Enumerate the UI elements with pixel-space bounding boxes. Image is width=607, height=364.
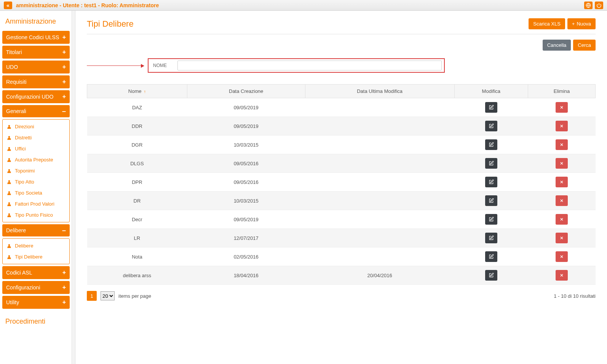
col-creazione[interactable]: Data Creazione: [187, 85, 305, 98]
delete-button[interactable]: [556, 158, 568, 169]
delete-button[interactable]: [556, 102, 568, 113]
cell-nome: LR: [87, 229, 187, 247]
submenu-item-autorita[interactable]: Autorita Preposte: [3, 154, 69, 165]
cell-nome: DR: [87, 192, 187, 210]
cell-modified: [305, 229, 454, 247]
divider: [87, 34, 596, 34]
cell-modified: [305, 98, 454, 117]
edit-button[interactable]: [485, 102, 497, 113]
edit-button[interactable]: [485, 158, 497, 169]
delete-button[interactable]: [556, 177, 568, 187]
sidebar-item-configurazioni[interactable]: Configurazioni+: [2, 281, 70, 294]
new-button[interactable]: +Nuova: [567, 18, 596, 29]
edit-button[interactable]: [485, 121, 497, 131]
per-page-label: items per page: [118, 293, 151, 299]
delete-button[interactable]: [556, 233, 568, 243]
sidebar-item-gestione-codici[interactable]: Gestione Codici ULSS+: [2, 31, 70, 44]
sidebar-toggle-button[interactable]: «: [4, 2, 12, 9]
edit-button[interactable]: [485, 177, 497, 187]
sidebar-item-requisiti[interactable]: Requisiti+: [2, 75, 70, 88]
edit-button[interactable]: [485, 251, 497, 262]
minus-icon: –: [62, 228, 66, 232]
edit-button[interactable]: [485, 195, 497, 206]
delete-button[interactable]: [556, 195, 568, 206]
cell-created: 09/05/2019: [187, 117, 305, 136]
search-button[interactable]: Cerca: [573, 40, 596, 51]
edit-button[interactable]: [485, 233, 497, 243]
submenu-item-tipi-delibere[interactable]: Tipi Delibere: [3, 251, 69, 262]
submenu-item-direzioni[interactable]: Direzioni: [3, 121, 69, 132]
page-number[interactable]: 1: [87, 291, 97, 301]
cell-nome: DPR: [87, 173, 187, 192]
cell-modified: [305, 247, 454, 266]
user-icon: [6, 243, 12, 249]
plus-icon: +: [62, 64, 66, 70]
svg-point-8: [8, 180, 10, 182]
submenu-item-tipo-societa[interactable]: Tipo Societa: [3, 187, 69, 198]
submenu-item-fattori[interactable]: Fattori Prod Valori: [3, 198, 69, 209]
power-icon[interactable]: [595, 2, 603, 9]
sidebar-item-generali[interactable]: Generali–: [2, 105, 70, 117]
user-icon: [6, 212, 12, 218]
delete-button[interactable]: [556, 251, 568, 262]
cell-nome: DAZ: [87, 98, 187, 117]
user-icon: [6, 146, 12, 152]
sidebar-item-udo[interactable]: UDO+: [2, 61, 70, 73]
search-input[interactable]: [177, 61, 442, 70]
cell-modified: [305, 173, 454, 192]
globe-icon[interactable]: [584, 2, 593, 9]
cell-modified: [305, 136, 454, 154]
per-page-select[interactable]: 20: [101, 291, 115, 300]
submenu-item-delibere[interactable]: Delibere: [3, 240, 69, 251]
cell-created: 10/03/2015: [187, 192, 305, 210]
sidebar-item-titolari[interactable]: Titolari+: [2, 46, 70, 59]
data-table: Nome↑ Data Creazione Data Ultima Modific…: [87, 84, 596, 285]
cell-created: 12/07/2017: [187, 229, 305, 247]
submenu-item-toponimi[interactable]: Toponimi: [3, 165, 69, 176]
sidebar-item-codici-asl[interactable]: Codici ASL+: [2, 266, 70, 279]
submenu-item-tipo-atto[interactable]: Tipo Atto: [3, 176, 69, 187]
col-modifica-data[interactable]: Data Ultima Modifica: [305, 85, 454, 98]
plus-icon: +: [62, 34, 66, 41]
sidebar-item-utility[interactable]: Utility+: [2, 296, 70, 309]
delete-button[interactable]: [556, 214, 568, 225]
svg-point-6: [8, 158, 10, 160]
page-title: Tipi Delibere: [87, 19, 134, 29]
sidebar-item-config-udo[interactable]: Configurazioni UDO+: [2, 90, 70, 103]
submenu-item-tipo-punto[interactable]: Tipo Punto Fisico: [3, 209, 69, 220]
delete-button[interactable]: [556, 270, 568, 281]
edit-button[interactable]: [485, 214, 497, 225]
cell-nome: delibera arss: [87, 266, 187, 285]
cancel-button[interactable]: Cancella: [543, 40, 571, 51]
edit-button[interactable]: [485, 139, 497, 150]
plus-icon: +: [62, 78, 66, 85]
sidebar-item-delibere[interactable]: Delibere–: [2, 224, 70, 236]
breadcrumb: amministrazione - Utente : test1 - Ruolo…: [16, 2, 159, 8]
results-count: 1 - 10 di 10 risultati: [554, 293, 596, 299]
delete-button[interactable]: [556, 121, 568, 131]
submenu-item-uffici[interactable]: Uffici: [3, 143, 69, 154]
table-row: LR 12/07/2017: [87, 229, 596, 247]
user-icon: [6, 179, 12, 185]
user-icon: [6, 190, 12, 196]
main-content: Tipi Delibere Scarica XLS +Nuova Cancell…: [75, 11, 607, 364]
table-row: delibera arss 18/04/2016 20/04/2016: [87, 266, 596, 285]
cell-created: 09/05/2019: [187, 210, 305, 229]
edit-button[interactable]: [485, 270, 497, 281]
cell-nome: Nota: [87, 247, 187, 266]
table-row: DGR 10/03/2015: [87, 136, 596, 154]
submenu-item-distretti[interactable]: Distretti: [3, 132, 69, 143]
user-icon: [6, 201, 12, 207]
cell-nome: DGR: [87, 136, 187, 154]
download-xls-button[interactable]: Scarica XLS: [529, 18, 565, 29]
table-row: Decr 09/05/2019: [87, 210, 596, 229]
delete-button[interactable]: [556, 139, 568, 150]
svg-point-10: [8, 202, 10, 204]
plus-icon: +: [62, 269, 66, 276]
col-nome[interactable]: Nome↑: [87, 85, 187, 98]
sidebar: Amministrazione Gestione Codici ULSS+ Ti…: [0, 11, 75, 364]
plus-icon: +: [572, 21, 575, 27]
cell-created: 02/05/2016: [187, 247, 305, 266]
svg-point-4: [8, 136, 10, 138]
cell-modified: 20/04/2016: [305, 266, 454, 285]
